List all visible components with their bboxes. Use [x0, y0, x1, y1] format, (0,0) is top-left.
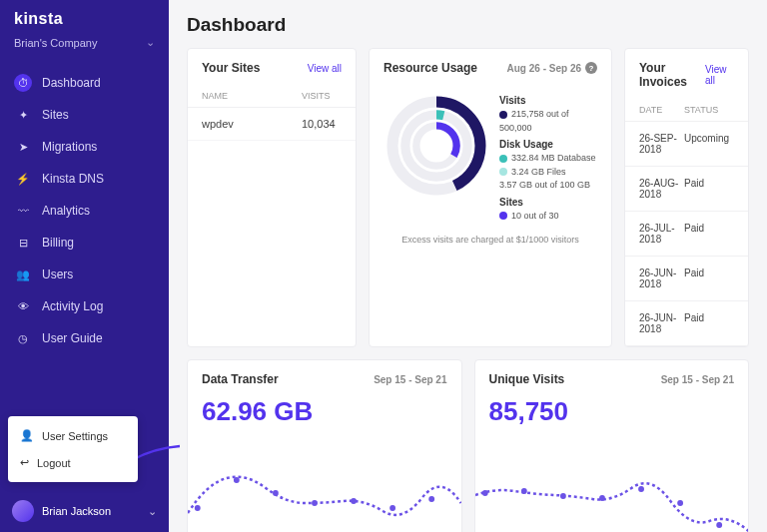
sidebar-item-dashboard[interactable]: ⏱Dashboard	[0, 67, 169, 99]
user-guide-icon: ◷	[14, 329, 32, 347]
svg-point-14	[520, 488, 526, 494]
user-icon: 👤	[20, 429, 34, 442]
sidebar-item-billing[interactable]: ⊟Billing	[0, 227, 169, 259]
svg-point-15	[559, 493, 565, 499]
svg-point-13	[481, 490, 487, 496]
data-transfer-value: 62.96 GB	[188, 396, 461, 431]
svg-point-12	[428, 496, 434, 502]
col-date: DATE	[639, 105, 684, 115]
company-selector[interactable]: Brian's Company ⌄	[0, 32, 169, 61]
sidebar-item-activity-log[interactable]: 👁Activity Log	[0, 290, 169, 322]
unique-visits-card: Unique Visits Sep 15 - Sep 21 85,750 Fri…	[474, 359, 750, 532]
unique-visits-value: 85,750	[475, 396, 749, 431]
user-settings-label: User Settings	[42, 430, 108, 442]
nav-label: Analytics	[42, 204, 90, 218]
svg-point-6	[195, 505, 201, 511]
invoice-row[interactable]: 26-AUG-2018Paid	[625, 167, 748, 212]
svg-point-17	[638, 486, 644, 492]
data-transfer-chart: Fri9/14Sat9/15Sun9/16Mon9/17Tue9/18Wed9/…	[188, 453, 461, 532]
invoice-row[interactable]: 26-JUN-2018Paid	[625, 257, 748, 301]
logout-label: Logout	[37, 457, 71, 469]
user-settings-item[interactable]: 👤 User Settings	[8, 422, 138, 449]
invoices-header: DATE STATUS	[625, 99, 748, 122]
current-user-row[interactable]: Brian Jackson ⌄	[0, 490, 169, 532]
svg-point-16	[599, 495, 605, 501]
chevron-down-icon: ⌄	[148, 505, 157, 518]
billing-icon: ⊟	[14, 234, 32, 252]
sites-table-header: NAME VISITS	[188, 85, 356, 108]
brand-logo: kinsta	[0, 0, 169, 32]
invoice-date: 26-SEP-2018	[639, 133, 684, 155]
resource-note: Excess visits are charged at $1/1000 vis…	[370, 231, 611, 255]
page-title: Dashboard	[187, 14, 749, 36]
data-transfer-range: Sep 15 - Sep 21	[374, 374, 446, 385]
sidebar-item-kinsta-dns[interactable]: ⚡Kinsta DNS	[0, 163, 169, 195]
invoice-row[interactable]: 26-JUL-2018Paid	[625, 212, 748, 257]
nav-label: Kinsta DNS	[42, 172, 104, 186]
nav-label: Sites	[42, 108, 69, 122]
chevron-down-icon: ⌄	[146, 36, 155, 49]
resource-date-range: Aug 26 - Sep 26 ?	[507, 62, 597, 74]
invoice-status: Paid	[684, 312, 734, 334]
svg-point-11	[389, 505, 395, 511]
data-transfer-card: Data Transfer Sep 15 - Sep 21 62.96 GB F…	[187, 359, 462, 532]
col-name: NAME	[202, 91, 302, 101]
col-visits: VISITS	[302, 91, 342, 101]
unique-visits-chart: Fri9/14Sat9/15Sun9/16Mon9/17Tue9/18Wed9/…	[475, 453, 749, 532]
invoice-row[interactable]: 26-SEP-2018Upcoming	[625, 122, 748, 167]
svg-point-19	[716, 522, 722, 528]
invoice-date: 26-JUN-2018	[639, 267, 684, 289]
svg-point-8	[273, 490, 279, 496]
invoice-status: Paid	[684, 178, 734, 200]
invoice-date: 26-AUG-2018	[639, 178, 684, 200]
invoice-date: 26-JUN-2018	[639, 312, 684, 334]
svg-point-9	[312, 500, 318, 506]
kinsta-dns-icon: ⚡	[14, 170, 32, 188]
dot-icon	[499, 212, 507, 220]
sites-table-row[interactable]: wpdev 10,034	[188, 108, 356, 141]
sidebar-item-migrations[interactable]: ➤Migrations	[0, 131, 169, 163]
analytics-icon: 〰	[14, 202, 32, 220]
invoices-card: Your Invoices View all DATE STATUS 26-SE…	[624, 48, 749, 347]
nav-label: Billing	[42, 236, 74, 250]
sidebar-item-sites[interactable]: ✦Sites	[0, 99, 169, 131]
sidebar-item-users[interactable]: 👥Users	[0, 259, 169, 290]
sidebar-item-analytics[interactable]: 〰Analytics	[0, 195, 169, 227]
sites-card: Your Sites View all NAME VISITS wpdev 10…	[187, 48, 357, 347]
dashboard-icon: ⏱	[14, 74, 32, 92]
users-icon: 👥	[14, 266, 32, 283]
dot-icon	[499, 111, 507, 119]
logout-icon: ↩	[20, 456, 29, 469]
nav-label: User Guide	[42, 331, 103, 345]
svg-point-7	[234, 477, 240, 483]
help-icon[interactable]: ?	[585, 62, 597, 74]
nav-label: Activity Log	[42, 299, 103, 313]
nav-label: Dashboard	[42, 76, 101, 90]
sidebar-item-user-guide[interactable]: ◷User Guide	[0, 322, 169, 354]
invoices-card-title: Your Invoices	[639, 61, 705, 89]
invoice-status: Paid	[684, 267, 734, 289]
dot-icon	[499, 168, 507, 176]
logout-item[interactable]: ↩ Logout	[8, 449, 138, 476]
migrations-icon: ➤	[14, 138, 32, 156]
dot-icon	[499, 155, 507, 163]
activity-log-icon: 👁	[14, 297, 32, 315]
site-visits: 10,034	[302, 118, 342, 130]
resource-legend: Visits 215,758 out of 500,000 Disk Usage…	[499, 91, 599, 223]
nav-label: Users	[42, 267, 73, 281]
invoice-date: 26-JUL-2018	[639, 223, 684, 245]
sidebar: kinsta Brian's Company ⌄ ⏱Dashboard✦Site…	[0, 0, 169, 532]
svg-point-10	[351, 498, 357, 504]
sites-card-title: Your Sites	[202, 61, 260, 75]
unique-visits-title: Unique Visits	[489, 372, 565, 386]
sites-icon: ✦	[14, 106, 32, 124]
company-name: Brian's Company	[14, 37, 97, 49]
user-name: Brian Jackson	[42, 505, 111, 517]
resource-card: Resource Usage Aug 26 - Sep 26 ?	[369, 48, 612, 347]
sites-view-all-link[interactable]: View all	[308, 63, 342, 74]
invoices-view-all-link[interactable]: View all	[705, 64, 734, 86]
invoice-row[interactable]: 26-JUN-2018Paid	[625, 301, 748, 346]
nav: ⏱Dashboard✦Sites➤Migrations⚡Kinsta DNS〰A…	[0, 61, 169, 354]
invoice-status: Upcoming	[684, 133, 734, 155]
unique-visits-range: Sep 15 - Sep 21	[661, 374, 734, 385]
